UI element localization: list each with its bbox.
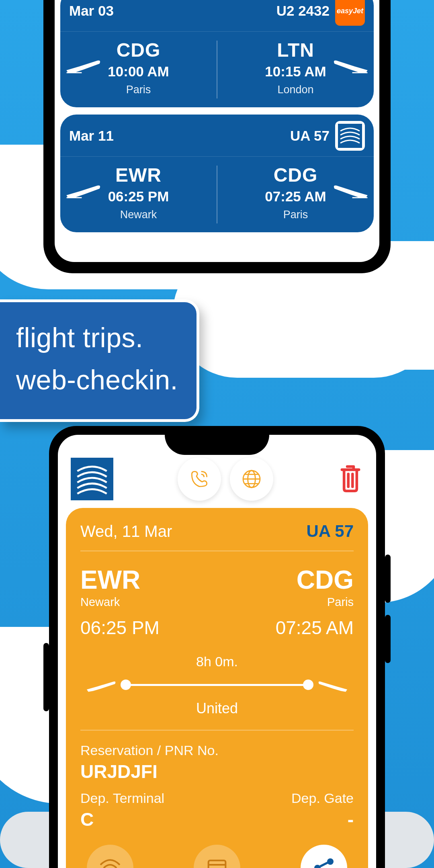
airline-logo-easyjet: easyJet (335, 0, 365, 26)
promo-banner: flight trips. web-checkin. (0, 299, 199, 422)
delete-button[interactable] (338, 463, 363, 495)
airline-logo-united (335, 121, 365, 151)
arr-city: London (277, 84, 313, 96)
screen-flights-list: Mar 03 U2 2432 easyJet CDG 10:00 AM Pari… (55, 0, 379, 262)
dep-terminal-value: C (80, 809, 217, 830)
dep-code: EWR (115, 164, 162, 186)
flight-number: U2 2432 (276, 3, 330, 19)
duration: 8h 0m. (85, 654, 349, 669)
call-button[interactable] (178, 457, 221, 501)
dep-time: 06:25 PM (108, 188, 169, 205)
dep-gate-label: Dep. Gate (217, 790, 354, 806)
phone-side-button (43, 643, 49, 711)
flight-date: Mar 03 (69, 3, 114, 19)
svg-point-6 (314, 865, 321, 868)
flight-progress (85, 677, 349, 693)
airline-logo-united (71, 458, 113, 500)
airline-name: United (85, 700, 349, 717)
arr-city: Paris (283, 209, 308, 221)
flight-card[interactable]: Mar 11 UA 57 EWR 06:25 PM Newark CDG (60, 115, 374, 232)
dep-terminal-label: Dep. Terminal (80, 790, 217, 806)
detail-dep-time: 06:25 PM (80, 617, 160, 639)
banner-line-2: web-checkin. (16, 359, 178, 401)
dep-time: 10:00 AM (108, 63, 169, 80)
detail-toolbar (66, 457, 368, 508)
detail-date: Wed, 11 Mar (80, 522, 172, 540)
arr-time: 10:15 AM (265, 63, 326, 80)
pnr-label: Reservation / PNR No. (80, 743, 354, 758)
dep-city: Paris (126, 84, 151, 96)
detail-dep-city: Newark (80, 596, 160, 609)
phone-side-button (385, 615, 391, 663)
phone-notch (165, 435, 269, 455)
detail-dep-code: EWR (80, 565, 160, 595)
dep-code: CDG (117, 39, 161, 61)
phone-frame-bottom: Wed, 11 Mar UA 57 EWR Newark 06:25 PM CD… (49, 426, 385, 868)
detail-flight-number: UA 57 (307, 522, 354, 541)
detail-arr-city: Paris (276, 596, 354, 609)
arr-code: LTN (277, 39, 314, 61)
plane-landing-icon (333, 55, 369, 77)
action-radar-button[interactable] (87, 845, 133, 868)
detail-arr-time: 07:25 AM (276, 617, 354, 639)
web-button[interactable] (230, 457, 273, 501)
phone-side-button (385, 555, 391, 603)
arr-code: CDG (274, 164, 318, 186)
plane-takeoff-icon (65, 180, 101, 202)
screen-flight-detail: Wed, 11 Mar UA 57 EWR Newark 06:25 PM CD… (58, 435, 376, 868)
flight-date: Mar 11 (69, 128, 114, 144)
dep-city: Newark (120, 209, 157, 221)
arr-time: 07:25 AM (265, 188, 326, 205)
detail-arr-code: CDG (276, 565, 354, 595)
share-button[interactable] (301, 845, 347, 868)
plane-landing-icon (333, 180, 369, 202)
pnr-value: URJDJFI (80, 761, 354, 782)
plane-takeoff-icon (65, 55, 101, 77)
phone-frame-top: Mar 03 U2 2432 easyJet CDG 10:00 AM Pari… (43, 0, 391, 273)
flight-number: UA 57 (290, 128, 330, 144)
flight-detail-card: Wed, 11 Mar UA 57 EWR Newark 06:25 PM CD… (66, 508, 368, 868)
plane-takeoff-icon (85, 677, 117, 693)
action-boarding-pass-button[interactable] (194, 845, 240, 868)
dep-gate-value: - (217, 809, 354, 830)
svg-point-5 (327, 858, 334, 865)
plane-landing-icon (317, 677, 349, 693)
banner-line-1: flight trips. (16, 317, 178, 359)
flight-card[interactable]: Mar 03 U2 2432 easyJet CDG 10:00 AM Pari… (60, 0, 374, 107)
